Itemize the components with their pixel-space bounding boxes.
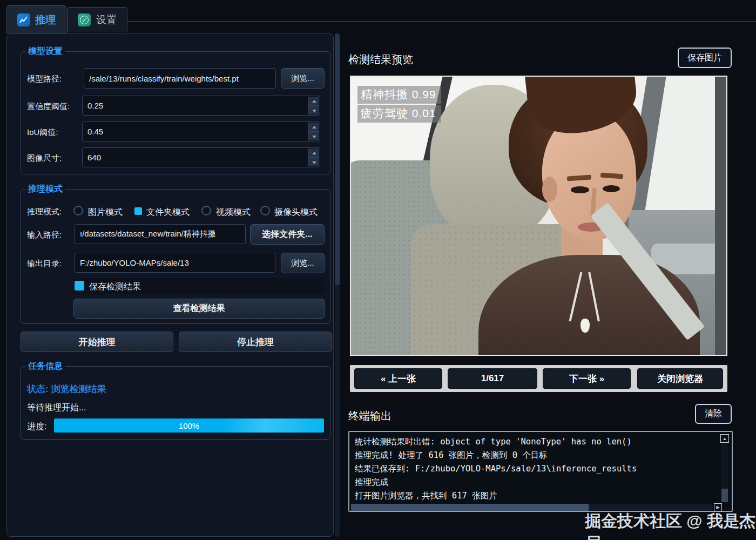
tab-settings-label: 设置 — [96, 13, 117, 27]
terminal-vscrollbar[interactable] — [721, 444, 728, 502]
next-image-button[interactable]: 下一张 » — [543, 368, 631, 389]
radio-image-mode-label: 图片模式 — [88, 207, 123, 218]
photo-right-edge — [715, 77, 726, 355]
conf-threshold-label: 置信度阈值: — [27, 102, 70, 112]
clear-terminal-button[interactable]: 清除 — [695, 404, 732, 424]
progress-bar-text: 100% — [54, 418, 324, 433]
terminal-line: 统计检测结果时出错: object of type 'NoneType' has… — [355, 435, 717, 449]
terminal-title: 终端输出 — [348, 409, 392, 423]
task-waiting-text: 等待推理开始... — [27, 402, 86, 414]
radio-camera-mode-label: 摄像头模式 — [274, 207, 318, 218]
photo-right-eye — [603, 185, 620, 192]
prev-image-button[interactable]: « 上一张 — [354, 368, 442, 389]
conf-threshold-value: 0.25 — [87, 101, 103, 110]
view-results-button[interactable]: 查看检测结果 — [73, 299, 325, 319]
spin-up-icon[interactable] — [308, 123, 319, 131]
radio-video-mode[interactable] — [201, 206, 211, 215]
output-browse-button[interactable]: 浏览... — [281, 253, 325, 273]
image-size-label: 图像尺寸: — [27, 153, 62, 164]
iou-threshold-value: 0.45 — [87, 127, 103, 136]
input-path-input[interactable]: ı/datasets/dataset_new/train/精神抖擞 — [75, 224, 246, 244]
check-badge-icon: ✓ — [78, 14, 91, 26]
spin-down-icon[interactable] — [308, 131, 319, 140]
iou-threshold-label: IoU阈值: — [27, 127, 58, 138]
detection-preview-image: 精神抖擞 0.99 疲劳驾驶 0.01 — [350, 76, 727, 356]
tab-pane-border — [127, 22, 756, 22]
output-dir-label: 输出目录: — [27, 259, 62, 269]
detection-label-top2: 疲劳驾驶 0.01 — [357, 105, 441, 123]
task-status-text: 状态: 浏览检测结果 — [27, 383, 106, 395]
image-nav-bar: « 上一张 1/617 下一张 » 关闭浏览器 — [350, 365, 727, 392]
start-inference-button[interactable]: 开始推理 — [21, 332, 173, 352]
watermark-text: 掘金技术社区 @ 我是杰尼 — [585, 510, 756, 540]
iou-threshold-spinbox[interactable]: 0.45 — [82, 122, 320, 141]
save-image-button[interactable]: 保存图片 — [678, 48, 732, 68]
line-chart-icon — [17, 14, 30, 26]
model-browse-button[interactable]: 浏览... — [281, 68, 325, 89]
model-path-input[interactable]: /sale/13/runs/classify/train/weights/bes… — [84, 68, 276, 89]
detection-label-top1: 精神抖擞 0.99 — [357, 86, 441, 104]
input-path-label: 输入路径: — [27, 230, 62, 240]
spin-down-icon[interactable] — [308, 157, 319, 166]
left-panel-scrollbar[interactable] — [335, 33, 340, 537]
tab-inference-label: 推理 — [36, 13, 56, 27]
image-size-value: 640 — [87, 153, 101, 162]
output-dir-input[interactable]: F:/zhubo/YOLO-MAPs/sale/13 — [75, 253, 275, 273]
group-model-settings-title: 模型设置 — [25, 46, 65, 57]
progress-label: 进度: — [27, 421, 46, 433]
photo-pendant — [580, 319, 590, 333]
stop-inference-button[interactable]: 停止推理 — [179, 332, 332, 352]
tab-settings[interactable]: ✓ 设置 — [67, 7, 127, 32]
terminal-line: 结果已保存到: F:/zhubo/YOLO-MAPs/sale/13\infer… — [355, 462, 717, 476]
progress-bar: 100% — [54, 418, 324, 433]
terminal-hscrollbar-thumb[interactable] — [351, 504, 589, 511]
radio-camera-mode[interactable] — [260, 206, 270, 215]
conf-threshold-spinbox[interactable]: 0.25 — [82, 96, 320, 116]
terminal-line: 推理完成 — [355, 476, 717, 489]
radio-image-mode[interactable] — [73, 206, 83, 215]
radio-folder-mode-label: 文件夹模式 — [146, 207, 190, 218]
terminal-line: 推理完成! 处理了 616 张图片，检测到 0 个目标 — [355, 449, 717, 462]
save-results-checkbox[interactable] — [75, 281, 84, 291]
photo-ear — [542, 177, 557, 201]
detection-overlay: 精神抖擞 0.99 疲劳驾驶 0.01 — [357, 86, 441, 124]
terminal-line: 打开图片浏览器，共找到 617 张图片 — [355, 489, 717, 503]
radio-video-mode-label: 视频模式 — [216, 207, 251, 218]
spin-up-icon[interactable] — [308, 148, 319, 157]
radio-folder-mode[interactable] — [134, 207, 142, 215]
image-size-spinbox[interactable]: 640 — [82, 147, 320, 167]
terminal-vscrollbar-thumb[interactable] — [721, 489, 728, 502]
scroll-up-icon[interactable]: ▲ — [720, 434, 729, 443]
spin-up-icon[interactable] — [308, 97, 319, 105]
spin-down-icon[interactable] — [308, 105, 319, 114]
group-task-info-title: 任务信息 — [25, 361, 65, 372]
mode-row-label: 推理模式: — [27, 207, 62, 217]
group-inference-mode-title: 推理模式 — [25, 184, 65, 195]
left-panel-scrollbar-thumb[interactable] — [335, 33, 340, 285]
terminal-output[interactable]: 统计检测结果时出错: object of type 'NoneType' has… — [348, 431, 733, 512]
preview-title: 检测结果预览 — [348, 52, 413, 67]
select-folder-button[interactable]: 选择文件夹... — [250, 224, 325, 245]
save-results-label: 保存检测结果 — [89, 281, 141, 293]
image-counter: 1/617 — [448, 368, 537, 389]
model-path-label: 模型路径: — [27, 74, 62, 84]
checkmark-icon: ✓ — [80, 16, 89, 24]
close-browser-button[interactable]: 关闭浏览器 — [637, 368, 723, 389]
tab-inference[interactable]: 推理 — [6, 5, 66, 33]
